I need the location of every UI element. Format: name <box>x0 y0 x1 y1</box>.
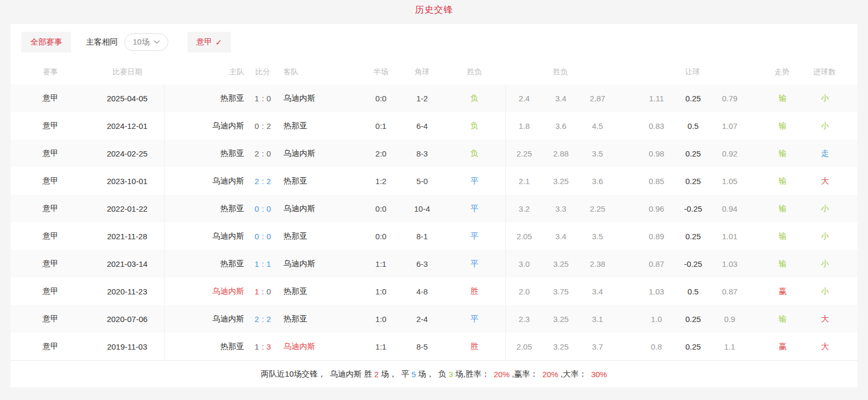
odds-value-3: 3.1 <box>579 305 616 333</box>
table-row: 意甲2022-01-22热那亚0:0乌迪内斯0:010-4平3.23.32.25… <box>11 195 857 222</box>
col-header-corner: 角球 <box>401 60 443 84</box>
score-colon: : <box>262 259 264 268</box>
trend-cell: 输 <box>759 250 806 277</box>
odds-value-2: 3.25 <box>543 167 579 195</box>
trend-cell: 赢 <box>759 333 806 360</box>
home-score: 0 <box>255 232 259 241</box>
corner-cell: 8-3 <box>401 140 443 167</box>
odds-value-3: 3.5 <box>579 222 616 250</box>
summary-segment: 场， 平 <box>379 369 411 379</box>
league-label: 意甲 <box>196 37 212 47</box>
corner-cell: 2-4 <box>401 305 443 333</box>
handicap-value-1: 0.89 <box>638 222 675 250</box>
handicap-value-2: 0.25 <box>675 140 711 167</box>
home-team-cell: 乌迪内斯 <box>165 277 244 305</box>
odds-group: 2.33.253.1 <box>505 305 616 333</box>
handicap-group: 1.110.250.79 <box>638 84 748 112</box>
goals-cell: 小 <box>806 277 844 305</box>
summary-line: 两队近10场交锋， 乌迪内斯 胜 2 场， 平 5 场， 负 3 场,胜率： 2… <box>11 360 857 387</box>
col-header-handicap-group: 让球 <box>638 60 747 84</box>
handicap-group: 0.87-0.251.03 <box>638 250 748 277</box>
match-count-select[interactable]: 10场 <box>124 33 168 51</box>
halftime-cell: 1:1 <box>361 250 401 277</box>
trend-cell: 输 <box>759 222 806 250</box>
home-team-cell: 乌迪内斯 <box>165 112 244 140</box>
filter-same-venue-tab[interactable]: 主客相同 <box>86 37 118 47</box>
handicap-value-1: 0.96 <box>638 195 675 222</box>
table-body: 意甲2025-04-05热那亚1:0乌迪内斯0:01-2负2.43.42.871… <box>11 84 857 360</box>
col-header-result: 胜负 <box>443 60 505 84</box>
away-score: 0 <box>267 287 271 296</box>
score-colon: : <box>262 94 264 103</box>
away-score: 0 <box>267 94 271 103</box>
odds-value-1: 2.4 <box>506 84 543 112</box>
odds-value-2: 3.4 <box>543 222 579 250</box>
home-score: 1 <box>255 259 259 268</box>
halftime-cell: 0:0 <box>361 195 401 222</box>
odds-value-1: 3.2 <box>506 195 543 222</box>
handicap-group: 0.96-0.250.94 <box>638 195 748 222</box>
away-score: 3 <box>267 342 271 351</box>
date-cell: 2019-11-03 <box>90 333 165 360</box>
odds-value-1: 2.0 <box>506 277 543 305</box>
handicap-group: 0.890.251.01 <box>638 222 748 250</box>
date-cell: 2020-07-06 <box>90 305 165 333</box>
corner-cell: 5-0 <box>401 167 443 195</box>
odds-value-1: 2.1 <box>506 167 543 195</box>
table-header: 赛事 比赛日期 主队 比分 客队 半场 角球 胜负 胜负 让球 走势 进球数 <box>11 60 857 84</box>
col-header-score: 比分 <box>244 60 281 84</box>
handicap-value-2: 0.25 <box>675 222 711 250</box>
handicap-value-1: 0.98 <box>638 140 675 167</box>
league-cell: 意甲 <box>11 305 90 333</box>
score-colon: : <box>262 287 264 296</box>
table-row: 意甲2021-11-28乌迪内斯0:0热那亚0:08-1平2.053.43.50… <box>11 222 857 250</box>
corner-cell: 6-4 <box>401 112 443 140</box>
result-cell: 负 <box>443 112 505 140</box>
summary-segment: 20% <box>494 370 510 379</box>
table-row: 意甲2024-02-25热那亚2:0乌迪内斯2:08-3负2.252.883.5… <box>11 140 857 167</box>
match-count-value: 10场 <box>133 37 150 47</box>
odds-value-3: 3.7 <box>579 333 616 360</box>
odds-group: 2.03.753.4 <box>505 277 616 305</box>
filter-league-button[interactable]: 意甲 ✓ <box>187 32 231 53</box>
check-icon: ✓ <box>216 38 222 47</box>
odds-value-2: 3.25 <box>543 305 579 333</box>
summary-segment: 两队近10场交锋， 乌迪内斯 胜 <box>261 369 374 379</box>
home-score: 1 <box>255 94 259 103</box>
table-row: 意甲2020-07-06乌迪内斯2:2热那亚1:02-4平2.33.253.11… <box>11 305 857 333</box>
home-team-cell: 热那亚 <box>165 333 244 360</box>
goals-cell: 大 <box>806 305 844 333</box>
home-score: 2 <box>255 149 259 158</box>
date-cell: 2024-12-01 <box>90 112 165 140</box>
away-team-cell: 热那亚 <box>281 222 361 250</box>
handicap-value-2: 0.5 <box>675 277 711 305</box>
col-header-date: 比赛日期 <box>90 60 165 84</box>
result-cell: 平 <box>443 305 505 333</box>
summary-segment: 20% <box>543 370 558 379</box>
history-card: 全部赛事 主客相同 10场 意甲 ✓ 赛事 比赛日期 主队 比分 客队 半场 角… <box>11 24 857 387</box>
score-cell: 2:2 <box>244 305 281 333</box>
result-cell: 胜 <box>443 333 505 360</box>
odds-value-3: 2.87 <box>579 84 616 112</box>
odds-group: 2.053.253.7 <box>505 333 616 360</box>
odds-value-1: 3.0 <box>506 250 543 277</box>
odds-group: 3.03.252.38 <box>505 250 616 277</box>
score-cell: 1:0 <box>244 84 281 112</box>
home-team-cell: 热那亚 <box>165 140 244 167</box>
date-cell: 2024-02-25 <box>90 140 165 167</box>
col-header-trend: 走势 <box>758 60 806 84</box>
handicap-value-2: 0.5 <box>675 112 711 140</box>
odds-value-1: 2.05 <box>506 333 543 360</box>
filter-all-events-button[interactable]: 全部赛事 <box>21 32 71 53</box>
filter-bar: 全部赛事 主客相同 10场 意甲 ✓ <box>11 24 857 60</box>
goals-cell: 小 <box>806 112 844 140</box>
score-cell: 0:0 <box>244 195 281 222</box>
handicap-group: 0.980.250.92 <box>638 140 748 167</box>
away-team-cell: 乌迪内斯 <box>281 84 361 112</box>
trend-cell: 输 <box>759 167 806 195</box>
home-score: 0 <box>255 121 259 131</box>
date-cell: 2020-11-23 <box>90 277 165 305</box>
away-team-cell: 热那亚 <box>281 305 361 333</box>
home-team-cell: 乌迪内斯 <box>165 167 244 195</box>
handicap-group: 0.830.51.07 <box>638 112 748 140</box>
